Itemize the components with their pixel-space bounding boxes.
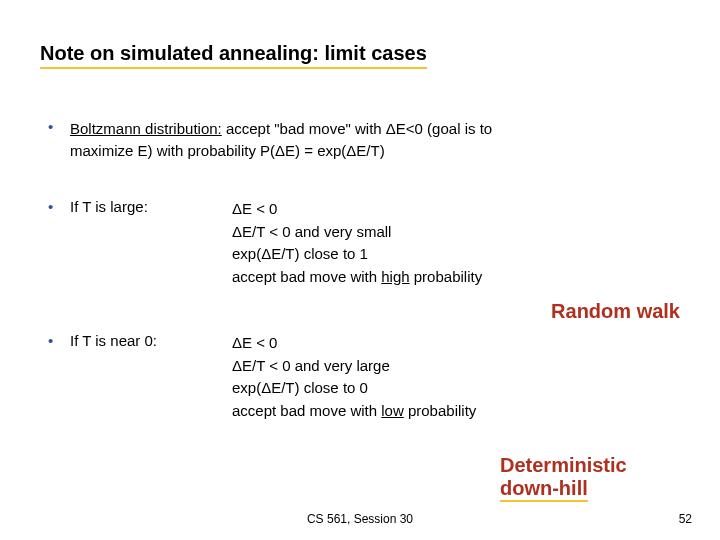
near0-line4a: accept bad move with bbox=[232, 402, 381, 419]
boltzmann-rest1: accept "bad move" with ΔE<0 (goal is to bbox=[222, 120, 492, 137]
label-deterministic-downhill: Deterministic down-hill bbox=[500, 454, 627, 500]
slide: Note on simulated annealing: limit cases… bbox=[0, 0, 720, 540]
label-random-walk: Random walk bbox=[551, 300, 680, 323]
label-t-large: If T is large: bbox=[70, 198, 148, 215]
large-line1: ΔE < 0 bbox=[232, 200, 277, 217]
bullet-boltzmann: Boltzmann distribution: accept "bad move… bbox=[70, 118, 680, 162]
large-line4a: accept bad move with bbox=[232, 268, 381, 285]
label-t-near-zero: If T is near 0: bbox=[70, 332, 157, 349]
near0-line2: ΔE/T < 0 and very large bbox=[232, 357, 390, 374]
bullet-icon: • bbox=[48, 118, 53, 135]
near0-line3: exp(ΔE/T) close to 0 bbox=[232, 379, 368, 396]
block-t-near-zero: ΔE < 0 ΔE/T < 0 and very large exp(ΔE/T)… bbox=[232, 332, 680, 422]
near0-line4b: probability bbox=[404, 402, 477, 419]
large-line4b: probability bbox=[410, 268, 483, 285]
downhill-line1: Deterministic bbox=[500, 454, 627, 476]
downhill-line2: down-hill bbox=[500, 477, 588, 502]
bullet-icon: • bbox=[48, 332, 53, 349]
slide-title: Note on simulated annealing: limit cases bbox=[40, 42, 427, 69]
bullet-icon: • bbox=[48, 198, 53, 215]
near0-line1: ΔE < 0 bbox=[232, 334, 277, 351]
block-t-large: ΔE < 0 ΔE/T < 0 and very small exp(ΔE/T)… bbox=[232, 198, 680, 288]
term-boltzmann: Boltzmann distribution: bbox=[70, 120, 222, 137]
footer-session: CS 561, Session 30 bbox=[0, 512, 720, 526]
boltzmann-rest2: maximize E) with probability P(ΔE) = exp… bbox=[70, 142, 385, 159]
large-line3: exp(ΔE/T) close to 1 bbox=[232, 245, 368, 262]
large-line4-high: high bbox=[381, 268, 409, 285]
footer-page-number: 52 bbox=[679, 512, 692, 526]
near0-line4-low: low bbox=[381, 402, 404, 419]
large-line2: ΔE/T < 0 and very small bbox=[232, 223, 391, 240]
